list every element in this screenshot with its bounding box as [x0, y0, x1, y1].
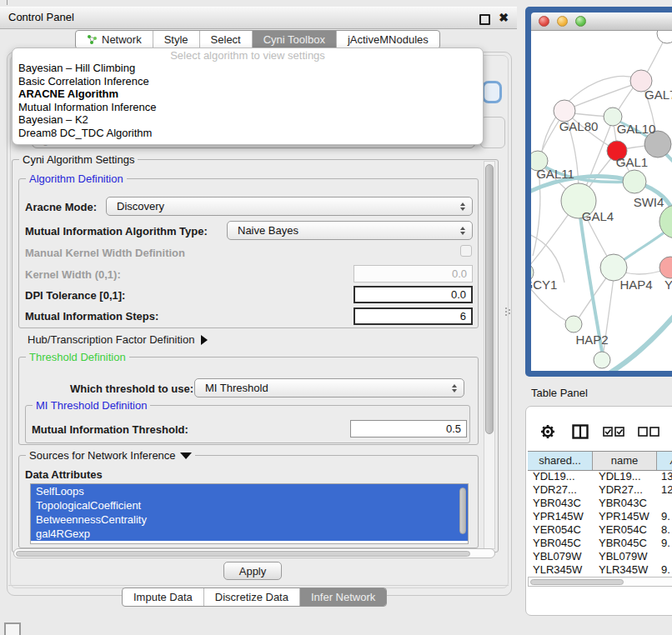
network-node[interactable]	[657, 31, 672, 43]
dpi-tolerance-field[interactable]: 0.0	[354, 286, 473, 303]
mi-steps-field[interactable]: 6	[354, 308, 473, 325]
which-threshold-combo[interactable]: MI Threshold	[194, 378, 464, 398]
mi-threshold-label: Mutual Information Threshold:	[32, 423, 188, 436]
network-node[interactable]	[565, 316, 582, 332]
settings-scrollbar-thumb[interactable]	[485, 164, 494, 434]
network-node[interactable]	[623, 170, 646, 193]
tab-network[interactable]: Network	[76, 31, 153, 48]
algorithm-option-bayesian-k2[interactable]: Bayesian – K2	[13, 113, 483, 127]
aracne-mode-label: Aracne Mode:	[25, 201, 97, 213]
sources-legend[interactable]: Sources for Network Inference	[26, 449, 195, 462]
application-window: Control Panel ✖ NetworkStyleSelectCyni T…	[0, 0, 672, 635]
attribute-item-betweennesscentrality[interactable]: BetweennessCentrality	[31, 512, 468, 527]
data-attributes-list: SelfLoopsTopologicalCoefficientBetweenne…	[30, 483, 469, 544]
attribute-item-topologicalcoefficient[interactable]: TopologicalCoefficient	[31, 498, 468, 512]
network-window-titlebar[interactable]	[531, 12, 672, 31]
checked-boxes-icon[interactable]	[603, 427, 624, 437]
attribute-item-gal4rgexp[interactable]: gal4RGexp	[31, 527, 468, 541]
close-window-icon[interactable]	[539, 16, 549, 27]
node-label-gal7: GAL7	[644, 88, 672, 102]
column-header-shared[interactable]: shared...	[528, 452, 593, 470]
settings-hscrollbar[interactable]	[13, 548, 495, 558]
node-label-gal1: GAL1	[616, 155, 648, 169]
network-canvas[interactable]: GAL7GAL80GAL10GAL1GAL11SWI4GAL4GCY1HAP4Y…	[531, 31, 672, 371]
table-hscrollbar[interactable]	[528, 577, 672, 587]
bottom-tab-impute-data[interactable]: Impute Data	[123, 588, 204, 606]
table-hscrollbar-thumb[interactable]	[530, 579, 624, 585]
bottom-tab-discretize-data-label: Discretize Data	[215, 591, 288, 603]
settings-scrollbar[interactable]	[484, 161, 495, 549]
table-header-row: shared...nameA	[528, 451, 672, 471]
table-cell: YDR27...	[593, 483, 657, 497]
mi-type-combo[interactable]: Naive Bayes	[227, 221, 473, 240]
kernel-width-label: Kernel Width (0,1):	[25, 268, 121, 281]
table-row[interactable]: YBR043CYBR043C	[528, 497, 672, 510]
settings-hscrollbar-thumb[interactable]	[16, 551, 470, 557]
table-cell: 9.	[657, 537, 672, 550]
table-cell: YLR345W	[593, 563, 657, 575]
column-header-name[interactable]: name	[593, 452, 657, 470]
bottom-tab-discretize-data[interactable]: Discretize Data	[204, 588, 300, 606]
network-window-frame[interactable]: GAL7GAL80GAL10GAL1GAL11SWI4GAL4GCY1HAP4Y…	[525, 7, 672, 377]
splitter-grip-icon[interactable]	[505, 308, 511, 316]
table-row[interactable]: YLR345WYLR345W9.	[528, 563, 672, 575]
control-panel-title: Control Panel	[8, 11, 74, 23]
table-row[interactable]: YPR145WYPR145W9.	[528, 510, 672, 523]
table-row[interactable]: YER054CYER054C8.	[528, 523, 672, 537]
table-row[interactable]: YBL079WYBL079W	[528, 550, 672, 563]
algorithm-placeholder: Select algorithm to view settings	[13, 48, 483, 62]
algorithm-option-basic-correlation-inference[interactable]: Basic Correlation Inference	[13, 75, 483, 88]
node-label-hap2: HAP2	[575, 332, 608, 347]
close-panel-icon[interactable]: ✖	[499, 11, 509, 24]
table-cell	[657, 497, 672, 510]
minimize-window-icon[interactable]	[557, 16, 568, 27]
table-cell: YPR145W	[593, 510, 657, 523]
dpi-tolerance-value: 0.0	[451, 288, 466, 301]
gear-icon[interactable]	[539, 423, 556, 440]
attribute-item-selfloops[interactable]: SelfLoops	[31, 484, 468, 498]
bottom-tab-infer-network-label: Infer Network	[311, 591, 375, 603]
tab-style[interactable]: Style	[153, 31, 200, 48]
manual-kernel-checkbox[interactable]	[460, 245, 472, 257]
kernel-width-field[interactable]: 0.0	[354, 265, 473, 282]
table-cell: YBR043C	[528, 497, 593, 510]
hub-section-label: Hub/Transcription Factor Definition	[28, 333, 194, 346]
aracne-mode-combo[interactable]: Discovery	[106, 197, 473, 216]
tab-select[interactable]: Select	[200, 31, 253, 48]
algorithm-option-bayesian-hill-climbing[interactable]: Bayesian – Hill Climbing	[13, 62, 483, 75]
attributes-scrollbar-thumb[interactable]	[459, 488, 466, 534]
table-cell: YBL079W	[593, 550, 657, 563]
table-row[interactable]: YDL19...YDL19...13	[528, 470, 672, 483]
inference-algorithm-combo-fragment[interactable]	[482, 81, 502, 103]
zoom-window-icon[interactable]	[575, 16, 586, 27]
tab-cyni-toolbox[interactable]: Cyni Toolbox	[253, 31, 337, 48]
apply-button[interactable]: Apply	[223, 562, 282, 580]
algorithm-option-aracne-algorithm[interactable]: ARACNE Algorithm	[13, 88, 483, 101]
minimized-panel-icon[interactable]	[4, 622, 21, 635]
tab-network-label: Network	[102, 33, 142, 46]
table-row[interactable]: YDR27...YDR27...12	[528, 483, 672, 497]
column-header-a[interactable]: A	[657, 452, 672, 470]
algorithm-option-dream8-dc-tdc-algorithm[interactable]: Dream8 DC_TDC Algorithm	[13, 127, 483, 140]
table-cell: YDR27...	[528, 483, 593, 497]
tab-jactivemnodules[interactable]: jActiveMNodules	[337, 31, 439, 48]
network-graph[interactable]: GAL7GAL80GAL10GAL1GAL11SWI4GAL4GCY1HAP4Y…	[531, 31, 672, 371]
threshold-definition-legend: Threshold Definition	[26, 351, 129, 363]
mi-threshold-field[interactable]: 0.5	[350, 420, 467, 438]
network-node[interactable]	[594, 352, 610, 368]
float-panel-icon[interactable]	[479, 14, 490, 25]
table-row[interactable]: YBR045CYBR045C9.	[528, 537, 672, 550]
split-columns-icon[interactable]	[572, 424, 589, 439]
unchecked-boxes-icon[interactable]	[638, 427, 659, 437]
node-label-swi4: SWI4	[634, 195, 664, 209]
sources-legend-text: Sources for Network Inference	[29, 449, 176, 462]
hub-section-toggle[interactable]: Hub/Transcription Factor Definition	[28, 333, 208, 346]
network-node[interactable]	[659, 257, 672, 278]
dpi-tolerance-label: DPI Tolerance [0,1]:	[25, 289, 125, 302]
bottom-tab-impute-data-label: Impute Data	[133, 591, 193, 603]
node-label-gal80: GAL80	[559, 119, 599, 133]
algorithm-option-mutual-information-inference[interactable]: Mutual Information Inference	[13, 101, 483, 114]
mi-threshold-value: 0.5	[446, 422, 461, 435]
bottom-tab-infer-network[interactable]: Infer Network	[300, 588, 386, 606]
table-cell: 12	[657, 483, 672, 497]
